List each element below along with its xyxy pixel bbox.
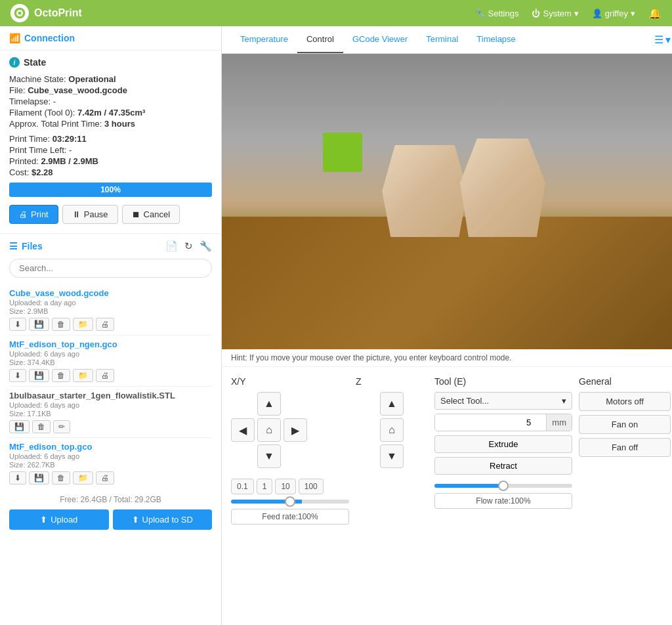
- user-icon: 👤: [592, 9, 602, 18]
- retract-button[interactable]: Retract: [434, 457, 572, 475]
- empty-cell: [284, 444, 307, 468]
- file-size: Size: 262.7KB: [9, 461, 212, 469]
- pause-button[interactable]: ⏸ Pause: [62, 205, 118, 224]
- select-tool-dropdown[interactable]: Select Tool... ▾: [434, 392, 572, 410]
- menu-icon: ☰: [654, 33, 663, 46]
- print-button[interactable]: 🖨: [96, 471, 114, 485]
- print-button[interactable]: 🖨 Print: [9, 205, 58, 224]
- save-button[interactable]: 💾: [29, 369, 49, 382]
- info-icon: i: [9, 57, 20, 68]
- edit-button[interactable]: ✏: [53, 420, 70, 433]
- system-link[interactable]: ⏻ System ▾: [532, 9, 578, 18]
- file-upload-date: Uploaded: 6 days ago: [9, 452, 212, 460]
- print-button[interactable]: 🖨: [96, 318, 114, 331]
- camera-green-object: [323, 133, 362, 172]
- z-up-button[interactable]: ▲: [380, 392, 404, 416]
- refresh-icon[interactable]: ↻: [184, 240, 193, 252]
- file-actions: 💾 🗑 ✏: [9, 420, 212, 433]
- download-button[interactable]: ⬇: [9, 318, 26, 331]
- tab-temperature[interactable]: Temperature: [231, 26, 297, 53]
- svg-point-2: [18, 12, 22, 15]
- feed-rate-slider[interactable]: [231, 500, 349, 504]
- files-title[interactable]: ☰ Files: [9, 241, 161, 251]
- camera-vase-1: [382, 145, 467, 237]
- xy-home-button[interactable]: ⌂: [257, 418, 281, 442]
- connection-panel-header[interactable]: 📶 Connection: [0, 26, 221, 51]
- tab-control[interactable]: Control: [297, 26, 343, 53]
- nav-right: 🔧 Settings ⏻ System ▾ 👤 griffey ▾ 🔔: [475, 7, 662, 20]
- feed-rate-label[interactable]: Feed rate:100%: [231, 509, 349, 525]
- upload-sd-button[interactable]: ⬆ Upload to SD: [113, 509, 213, 530]
- tab-bar: Temperature Control GCode Viewer Termina…: [222, 26, 672, 54]
- tab-menu-button[interactable]: ☰ ▾: [654, 33, 671, 46]
- print-time-left-row: Print Time Left: -: [9, 145, 212, 155]
- print-button[interactable]: 🖨: [96, 369, 114, 382]
- delete-button[interactable]: 🗑: [52, 318, 70, 331]
- signal-icon: 📶: [9, 33, 20, 43]
- empty-cell: [231, 444, 255, 468]
- file-name[interactable]: Cube_vase_wood.gcode: [9, 288, 212, 298]
- delete-button[interactable]: 🗑: [32, 420, 51, 433]
- flow-rate-row: [434, 484, 572, 488]
- step-100-button[interactable]: 100: [299, 479, 324, 494]
- xy-down-button[interactable]: ▼: [257, 444, 281, 468]
- save-button[interactable]: 💾: [9, 420, 30, 433]
- z-home-button[interactable]: ⌂: [380, 418, 404, 442]
- file-icon[interactable]: 📄: [165, 240, 178, 252]
- xy-up-button[interactable]: ▲: [257, 392, 281, 416]
- files-header: ☰ Files 📄 ↻ 🔧: [9, 240, 212, 252]
- extrude-button[interactable]: Extrude: [434, 435, 572, 453]
- file-upload-date: Uploaded: 6 days ago: [9, 350, 212, 358]
- camera-hint: Hint: If you move your mouse over the pi…: [222, 349, 672, 367]
- folder-button[interactable]: 📁: [73, 318, 93, 331]
- notifications-bell[interactable]: 🔔: [648, 7, 662, 20]
- download-button[interactable]: ⬇: [9, 471, 26, 485]
- cancel-button[interactable]: ⏹ Cancel: [122, 205, 180, 224]
- flow-rate-label[interactable]: Flow rate:100%: [434, 493, 572, 509]
- step-1-button[interactable]: 1: [257, 479, 273, 494]
- tab-terminal[interactable]: Terminal: [417, 26, 467, 53]
- general-label: General: [579, 376, 671, 387]
- file-name[interactable]: MtF_edison_top_ngen.gco: [9, 339, 212, 349]
- user-link[interactable]: 👤 griffey ▾: [592, 9, 635, 18]
- tab-gcode-viewer[interactable]: GCode Viewer: [343, 26, 417, 53]
- printed-row: Printed: 2.9MB / 2.9MB: [9, 156, 212, 166]
- flow-rate-slider[interactable]: [434, 484, 572, 488]
- dropdown-arrow-icon: ▾: [562, 396, 566, 406]
- upload-button[interactable]: ⬆ Upload: [9, 509, 109, 530]
- fan-on-button[interactable]: Fan on: [579, 415, 671, 434]
- file-actions: ⬇ 💾 🗑 📁 🖨: [9, 369, 212, 382]
- tool-label: Tool (E): [434, 376, 572, 387]
- save-button[interactable]: 💾: [29, 471, 49, 485]
- search-input[interactable]: [9, 259, 212, 278]
- wrench-icon[interactable]: 🔧: [200, 240, 212, 252]
- list-icon: ☰: [9, 241, 18, 251]
- settings-link[interactable]: 🔧 Settings: [475, 9, 519, 18]
- approx-time-row: Approx. Total Print Time: 3 hours: [9, 119, 212, 129]
- folder-button[interactable]: 📁: [73, 471, 93, 485]
- z-down-button[interactable]: ▼: [380, 444, 404, 468]
- file-size: Size: 374.4KB: [9, 358, 212, 366]
- upload-buttons: ⬆ Upload ⬆ Upload to SD: [9, 509, 212, 530]
- download-button[interactable]: ⬇: [9, 369, 26, 382]
- file-name[interactable]: 1bulbasaur_starter_1gen_flowalistik.STL: [9, 391, 212, 400]
- tab-timelapse[interactable]: Timelapse: [467, 26, 524, 53]
- delete-button[interactable]: 🗑: [52, 471, 70, 485]
- step-10-button[interactable]: 10: [275, 479, 295, 494]
- step-01-button[interactable]: 0.1: [231, 479, 254, 494]
- delete-button[interactable]: 🗑: [52, 369, 70, 382]
- file-upload-date: Uploaded: 6 days ago: [9, 401, 212, 409]
- save-button[interactable]: 💾: [29, 318, 49, 331]
- general-control-group: General Motors off Fan on Fan off: [579, 376, 671, 457]
- folder-button[interactable]: 📁: [73, 369, 93, 382]
- fan-off-button[interactable]: Fan off: [579, 438, 671, 457]
- xy-left-button[interactable]: ◀: [231, 418, 255, 442]
- motors-off-button[interactable]: Motors off: [579, 392, 671, 411]
- xy-right-button[interactable]: ▶: [284, 418, 307, 442]
- pause-icon: ⏸: [72, 209, 81, 219]
- cost-row: Cost: $2.28: [9, 167, 212, 177]
- file-name[interactable]: MtF_edison_top.gco: [9, 442, 212, 452]
- mm-unit-label: mm: [546, 414, 572, 431]
- control-grid: X/Y ▲ ◀ ⌂ ▶ ▼ 0.1 1: [231, 376, 671, 525]
- mm-value-input[interactable]: [435, 414, 546, 431]
